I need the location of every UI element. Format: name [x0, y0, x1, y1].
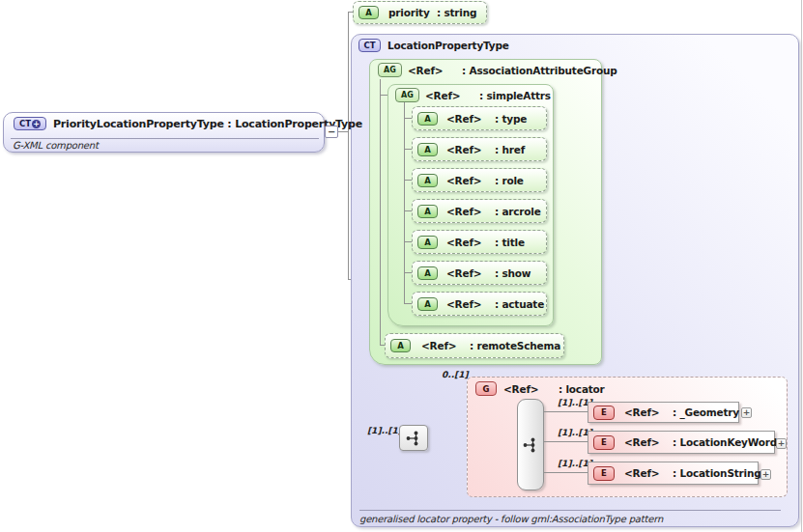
group-name: : simpleAttrs [479, 90, 551, 101]
connector-line [380, 95, 387, 96]
attribute-box-priority[interactable]: A priority : string [353, 1, 487, 24]
attribute-group-icon: AG [395, 88, 419, 102]
expand-handle[interactable]: + [741, 407, 752, 418]
attribute-name: : show [495, 267, 531, 279]
attribute-icon: A [390, 339, 411, 352]
group-ref: <Ref> [503, 383, 552, 395]
attribute-icon: A [417, 297, 438, 311]
connector-line [404, 118, 412, 119]
attribute-name: : role [495, 175, 524, 186]
root-component-box[interactable]: CT+ PriorityLocationPropertyType : Locat… [3, 112, 325, 153]
attribute-box-href[interactable]: A <Ref> : href [412, 137, 547, 161]
attribute-icon: A [417, 236, 438, 249]
view-edge [801, 0, 802, 532]
component-note: G-XML component [13, 140, 99, 151]
choice-icon[interactable] [517, 399, 544, 490]
element-box-locationkeyword[interactable]: E <Ref> : LocationKeyWord [588, 431, 775, 454]
group-ref: <Ref> [425, 90, 473, 101]
element-box-geometry[interactable]: E <Ref> : _Geometry [588, 402, 739, 423]
expand-handle[interactable]: + [760, 469, 771, 480]
attribute-ref: <Ref> [446, 237, 495, 248]
element-icon: E [593, 435, 615, 450]
attribute-box-arcrole[interactable]: A <Ref> : arcrole [412, 199, 547, 223]
attribute-name: : title [495, 237, 525, 248]
group-ref: <Ref> [408, 65, 456, 76]
divider [11, 138, 319, 139]
connector-line [544, 472, 588, 473]
model-group-glyph [405, 430, 422, 447]
attribute-box-actuate[interactable]: A <Ref> : actuate [412, 292, 547, 316]
cardinality-label: 0..[1] [442, 370, 469, 379]
attribute-name: : actuate [495, 298, 544, 310]
group-name: : locator [559, 383, 605, 395]
schema-diagram: CT LocationPropertyType generalised loca… [0, 0, 803, 532]
connector-line [404, 272, 412, 273]
attribute-ref: <Ref> [446, 144, 495, 155]
connector-line [404, 303, 412, 304]
element-name: : _Geometry [673, 406, 739, 418]
element-name: : LocationString [673, 467, 761, 479]
attribute-type: : string [437, 7, 476, 18]
element-box-locationstring[interactable]: E <Ref> : LocationString [588, 462, 759, 485]
connector-line [544, 441, 588, 442]
element-ref: <Ref> [624, 436, 673, 448]
attribute-box-role[interactable]: A <Ref> : role [412, 168, 547, 192]
attribute-name: : arcrole [495, 206, 541, 217]
connector-line [404, 241, 412, 242]
connector-line [348, 13, 349, 280]
element-ref: <Ref> [624, 406, 673, 418]
attribute-box-type[interactable]: A <Ref> : type [412, 106, 547, 130]
element-icon: E [593, 466, 615, 481]
attribute-ref: <Ref> [446, 113, 495, 125]
root-component-title: PriorityLocationPropertyType : LocationP… [53, 118, 362, 130]
attribute-icon: A [417, 205, 438, 218]
attribute-ref: <Ref> [446, 298, 495, 310]
attribute-box-remoteschema[interactable]: A <Ref> : remoteSchema [385, 333, 564, 358]
attribute-icon: A [417, 174, 438, 187]
sequence-icon[interactable] [399, 425, 428, 451]
complex-type-plus-icon: CT+ [14, 117, 46, 130]
connector-line [404, 180, 412, 181]
connector-line [544, 411, 588, 412]
connector-line [404, 102, 405, 304]
connector-line [338, 131, 348, 132]
attribute-box-title[interactable]: A <Ref> : title [412, 230, 547, 254]
attribute-ref: <Ref> [446, 175, 495, 186]
attribute-ref: <Ref> [446, 206, 495, 217]
attribute-icon: A [417, 143, 438, 156]
attribute-name: : remoteSchema [470, 340, 560, 351]
collapse-handle[interactable]: − [325, 126, 338, 138]
connector-line [404, 210, 412, 211]
attribute-name: priority [388, 7, 437, 18]
annotation-text: generalised locator property - follow gm… [359, 514, 663, 524]
attribute-box-show[interactable]: A <Ref> : show [412, 261, 547, 285]
attribute-group-icon: AG [378, 63, 402, 77]
attribute-name: : href [495, 144, 525, 155]
cardinality-label: [1]..[1] [367, 426, 402, 435]
element-ref: <Ref> [624, 467, 673, 479]
attribute-icon: A [417, 112, 438, 126]
model-group-glyph [522, 436, 539, 454]
attribute-name: : type [495, 113, 527, 125]
group-icon: G [475, 381, 497, 396]
attribute-icon: A [417, 266, 438, 280]
expand-handle[interactable]: + [776, 438, 787, 449]
element-name: : LocationKeyWord [673, 436, 777, 448]
connector-line [404, 149, 412, 150]
expand-circle-icon: + [32, 120, 41, 128]
attribute-ref: <Ref> [421, 340, 470, 351]
divider [359, 510, 781, 511]
group-name: : AssociationAttributeGroup [462, 65, 617, 76]
attribute-icon: A [358, 6, 379, 19]
complex-type-title: LocationPropertyType [387, 40, 509, 51]
connector-line [380, 79, 381, 346]
complex-type-icon: CT [358, 39, 381, 52]
element-icon: E [593, 406, 615, 420]
attribute-ref: <Ref> [446, 267, 495, 279]
